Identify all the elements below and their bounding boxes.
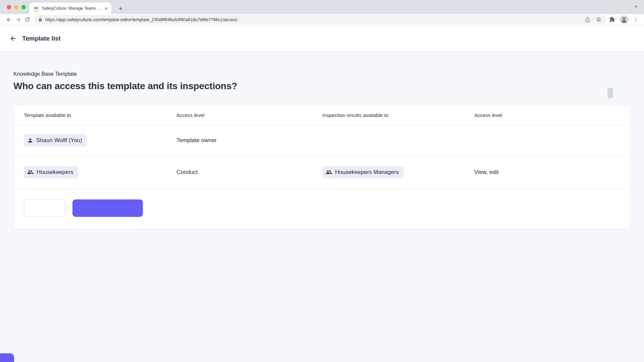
group-chip: Housekeepers xyxy=(24,166,78,178)
group-icon xyxy=(326,169,332,175)
url-text: https://app.safetyculture.com/template-e… xyxy=(45,17,579,22)
results-access-level-value: View, edit xyxy=(474,169,620,176)
user-chip: Shaun Wolff (You) xyxy=(24,134,87,146)
column-results-access-level: Access level xyxy=(474,112,620,118)
table-header-row: Template available to Access level Inspe… xyxy=(14,105,630,125)
access-level-value: Template owner xyxy=(176,137,322,144)
lock-icon xyxy=(38,17,42,22)
reload-icon[interactable] xyxy=(23,15,32,24)
window-zoom-button[interactable] xyxy=(21,5,26,9)
forward-icon[interactable] xyxy=(13,15,23,24)
window-minimize-button[interactable] xyxy=(14,5,18,9)
group-chip: Housekeepers Managers xyxy=(322,166,404,178)
column-template-available-to: Template available to xyxy=(24,112,176,118)
table-row: Shaun Wolff (You) Template owner xyxy=(14,125,630,156)
scrollbar-thumb[interactable] xyxy=(607,88,613,98)
browser-toolbar: https://app.safetyculture.com/template-e… xyxy=(0,14,644,25)
primary-action-button[interactable] xyxy=(72,199,143,217)
user-chip-label: Shaun Wolff (You) xyxy=(36,137,82,144)
menu-icon[interactable] xyxy=(633,17,639,22)
chat-widget-button[interactable] xyxy=(0,353,14,362)
access-table: Template available to Access level Inspe… xyxy=(13,105,631,230)
template-list-link[interactable]: Template list xyxy=(22,35,61,42)
person-icon xyxy=(27,137,33,143)
back-icon[interactable] xyxy=(4,15,13,24)
template-name-label: Knowledge Base Template xyxy=(13,71,644,77)
window-close-button[interactable] xyxy=(7,5,11,9)
secondary-action-button[interactable] xyxy=(24,199,66,217)
share-icon[interactable] xyxy=(585,17,590,22)
new-tab-button[interactable] xyxy=(116,4,125,13)
url-bar[interactable]: https://app.safetyculture.com/template-e… xyxy=(34,15,606,24)
tab-title: SafetyCulture: Manage Teams and ... xyxy=(42,6,102,11)
table-footer xyxy=(14,189,630,229)
access-level-value: Conduct xyxy=(176,169,322,176)
window-controls xyxy=(7,5,26,9)
browser-tab[interactable]: SC SafetyCulture: Manage Teams and ... xyxy=(30,3,111,14)
star-icon[interactable] xyxy=(596,16,602,22)
avatar-icon[interactable] xyxy=(620,15,628,24)
safetyculture-favicon-icon: SC xyxy=(34,6,39,11)
app-header: Template list 3. Access xyxy=(0,25,644,52)
group-chip-label: Housekeepers xyxy=(37,169,73,176)
group-icon xyxy=(27,169,34,175)
column-access-level: Access level xyxy=(176,112,322,118)
chevron-down-icon[interactable] xyxy=(633,4,639,9)
extensions-icon[interactable] xyxy=(609,16,615,22)
tab-close-icon[interactable] xyxy=(104,7,108,10)
main-content: Knowledge Base Template Who can access t… xyxy=(0,52,644,362)
page-title: Who can access this template and its ins… xyxy=(13,81,644,92)
table-row: Housekeepers Conduct Housekeepers Manage… xyxy=(14,156,630,189)
back-arrow-icon[interactable] xyxy=(9,35,17,42)
browser-tab-strip: SC SafetyCulture: Manage Teams and ... xyxy=(0,0,644,14)
group-chip-label: Housekeepers Managers xyxy=(335,169,399,176)
column-inspection-results-available-to: Inspection results available to xyxy=(322,112,474,118)
